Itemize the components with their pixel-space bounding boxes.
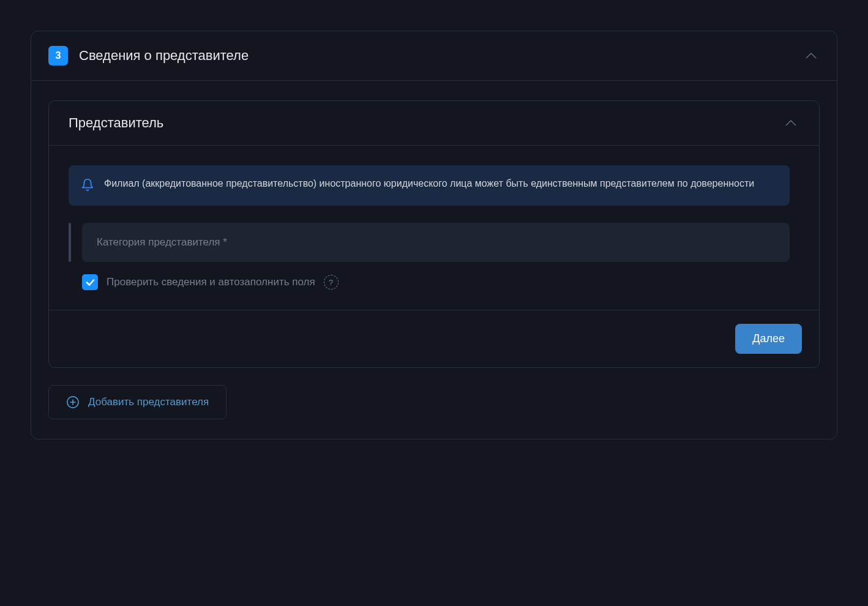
autofill-checkbox[interactable] [82,274,98,290]
category-form-row [69,223,790,262]
representative-header: Представитель [49,101,819,146]
add-representative-button[interactable]: Добавить представителя [48,385,226,419]
representative-footer: Далее [49,310,819,367]
bell-icon [81,178,94,195]
section-header-left: 3 Сведения о представителе [48,46,249,65]
info-banner-text: Филиал (аккредитованное представительств… [104,176,754,192]
add-representative-label: Добавить представителя [88,396,209,408]
autofill-checkbox-row: Проверить сведения и автозаполнить поля … [69,274,790,290]
chevron-up-icon [785,119,797,127]
step-badge: 3 [48,46,68,65]
representative-body: Филиал (аккредитованное представительств… [49,146,819,310]
section-header: 3 Сведения о представителе [31,31,837,81]
plus-circle-icon [66,395,80,409]
help-icon[interactable]: ? [324,275,339,290]
collapse-representative-button[interactable] [782,114,799,132]
autofill-checkbox-label: Проверить сведения и автозаполнить поля [107,276,315,288]
next-button[interactable]: Далее [735,324,802,354]
form-marker [69,223,71,262]
check-icon [86,279,95,286]
section-card: 3 Сведения о представителе Представитель [31,31,837,440]
category-input[interactable] [82,223,790,262]
representative-card: Представитель Филиал (аккредитованн [48,100,820,368]
chevron-up-icon [805,52,817,59]
section-title: Сведения о представителе [79,48,249,64]
info-banner: Филиал (аккредитованное представительств… [69,165,790,206]
representative-title: Представитель [69,115,163,131]
collapse-section-button[interactable] [803,47,820,64]
section-body: Представитель Филиал (аккредитованн [31,81,837,439]
